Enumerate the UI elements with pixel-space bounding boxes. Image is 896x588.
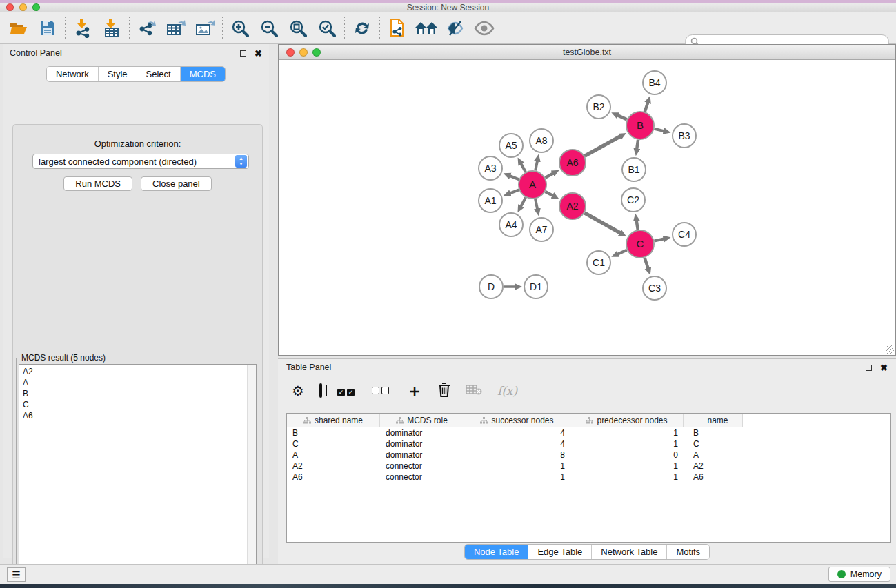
- node-A8[interactable]: A8: [530, 129, 553, 152]
- node-A4[interactable]: A4: [499, 213, 523, 236]
- mcds-result-item[interactable]: A2: [23, 366, 243, 377]
- edge-A-A3[interactable]: [509, 176, 519, 180]
- close-panel-icon[interactable]: ✖: [255, 50, 262, 57]
- tab-mcds[interactable]: MCDS: [181, 67, 225, 81]
- run-mcds-button[interactable]: Run MCDS: [63, 176, 132, 191]
- node-D[interactable]: D: [479, 275, 503, 298]
- node-D1[interactable]: D1: [524, 275, 548, 298]
- node-C3[interactable]: C3: [643, 276, 666, 300]
- edge-A-A1[interactable]: [509, 190, 519, 193]
- node-A[interactable]: A: [519, 171, 546, 199]
- open-session-button[interactable]: [4, 15, 33, 41]
- edge-A-A2[interactable]: [546, 192, 554, 196]
- mcds-result-list[interactable]: A2ABCA6: [19, 364, 257, 588]
- tab-style[interactable]: Style: [99, 67, 137, 81]
- node-A3[interactable]: A3: [479, 156, 502, 180]
- criterion-select[interactable]: largest connected component (directed) ▲…: [32, 154, 249, 169]
- edge-A-A5[interactable]: [521, 163, 526, 172]
- node-C[interactable]: C: [626, 230, 654, 258]
- column-header-name[interactable]: name: [684, 414, 743, 427]
- zoom-selected-button[interactable]: [312, 15, 341, 41]
- zoom-out-button[interactable]: [255, 15, 283, 41]
- new-network-from-file-button[interactable]: [383, 15, 412, 41]
- table-row[interactable]: Cdominator41C: [287, 438, 890, 449]
- node-C4[interactable]: C4: [673, 223, 696, 246]
- network-canvas[interactable]: AA1A2A3A4A5A6A7A8BB1B2B3B4CC1C2C3C4DD1: [279, 60, 895, 355]
- table-row[interactable]: A6connector11A6: [287, 472, 890, 483]
- mcds-list-scrollbar[interactable]: [247, 365, 256, 588]
- edge-B-B1[interactable]: [637, 140, 638, 150]
- close-panel-button[interactable]: Close panel: [141, 176, 212, 191]
- function-builder-button[interactable]: f(x): [497, 384, 517, 398]
- import-table-button[interactable]: [97, 15, 126, 41]
- node-A6[interactable]: A6: [559, 150, 586, 176]
- close-panel-icon[interactable]: ✖: [880, 365, 888, 371]
- table-settings-button[interactable]: ⚙: [292, 383, 304, 399]
- graphics-details-button[interactable]: [441, 15, 470, 41]
- node-B2[interactable]: B2: [587, 95, 610, 119]
- edge-C-C1[interactable]: [617, 250, 626, 254]
- edge-A-A8[interactable]: [535, 160, 537, 170]
- edge-A2-C[interactable]: [584, 213, 621, 234]
- houses-button[interactable]: [412, 15, 441, 41]
- export-image-button[interactable]: [190, 15, 219, 41]
- edge-A-A6[interactable]: [545, 173, 553, 178]
- column-header-MCDS-role[interactable]: MCDS role: [380, 414, 464, 427]
- select-all-columns-button[interactable]: ✓✓: [337, 385, 357, 397]
- node-B[interactable]: B: [626, 112, 654, 139]
- task-history-button[interactable]: ☰: [7, 567, 26, 582]
- node-A1[interactable]: A1: [479, 189, 502, 212]
- show-columns-button[interactable]: [319, 385, 322, 397]
- save-session-button[interactable]: [33, 15, 62, 41]
- edge-A-A4[interactable]: [521, 198, 526, 207]
- node-B1[interactable]: B1: [622, 158, 646, 181]
- resize-grip[interactable]: [886, 345, 894, 354]
- edge-C-C3[interactable]: [645, 258, 648, 269]
- edge-B-B4[interactable]: [645, 101, 648, 112]
- table-row[interactable]: Bdominator41B: [287, 427, 890, 438]
- edge-B-B2[interactable]: [617, 115, 626, 119]
- delete-column-button[interactable]: [438, 383, 450, 400]
- edge-A6-B[interactable]: [585, 136, 621, 156]
- export-table-button[interactable]: [161, 15, 190, 41]
- unselect-all-columns-button[interactable]: [372, 385, 391, 397]
- mcds-result-item[interactable]: A6: [23, 410, 243, 421]
- mcds-result-item[interactable]: B: [23, 388, 243, 399]
- show-overview-button[interactable]: [470, 15, 499, 41]
- import-network-button[interactable]: [68, 15, 97, 41]
- node-A7[interactable]: A7: [530, 218, 553, 241]
- apply-layout-button[interactable]: [348, 15, 377, 41]
- tab-motifs[interactable]: Motifs: [667, 545, 709, 559]
- node-A2[interactable]: A2: [559, 193, 586, 219]
- tab-network[interactable]: Network: [47, 67, 99, 81]
- tab-node-table[interactable]: Node Table: [465, 545, 529, 559]
- table-row[interactable]: Adominator80A: [287, 449, 890, 460]
- tab-edge-table[interactable]: Edge Table: [528, 545, 592, 559]
- memory-button[interactable]: Memory: [828, 567, 890, 582]
- mcds-result-item[interactable]: C: [23, 399, 243, 410]
- node-C2[interactable]: C2: [621, 188, 645, 212]
- add-column-button[interactable]: ＋: [406, 380, 423, 402]
- delete-table-button[interactable]: [466, 384, 482, 398]
- network-graph[interactable]: AA1A2A3A4A5A6A7A8BB1B2B3B4CC1C2C3C4DD1: [279, 60, 895, 355]
- column-header-shared-name[interactable]: shared name: [287, 414, 380, 427]
- node-table[interactable]: shared nameMCDS rolesuccessor nodesprede…: [286, 413, 891, 543]
- zoom-in-button[interactable]: [226, 15, 255, 41]
- edge-A-A7[interactable]: [535, 199, 537, 210]
- edge-C-C2[interactable]: [636, 220, 637, 230]
- mcds-result-item[interactable]: A: [23, 377, 243, 388]
- float-panel-icon[interactable]: [866, 365, 872, 371]
- tab-select[interactable]: Select: [137, 67, 181, 81]
- table-row[interactable]: A2connector11A2: [287, 460, 890, 472]
- node-A5[interactable]: A5: [499, 134, 523, 157]
- export-network-button[interactable]: [132, 15, 161, 41]
- float-panel-icon[interactable]: [240, 50, 246, 57]
- node-B4[interactable]: B4: [643, 71, 666, 94]
- column-header-successor-nodes[interactable]: successor nodes: [464, 414, 570, 427]
- edge-B-B3[interactable]: [654, 129, 664, 132]
- node-C1[interactable]: C1: [587, 251, 610, 274]
- column-header-predecessor-nodes[interactable]: predecessor nodes: [570, 414, 684, 427]
- edge-C-C4[interactable]: [655, 239, 665, 241]
- zoom-fit-button[interactable]: [283, 15, 312, 41]
- node-B3[interactable]: B3: [673, 124, 696, 148]
